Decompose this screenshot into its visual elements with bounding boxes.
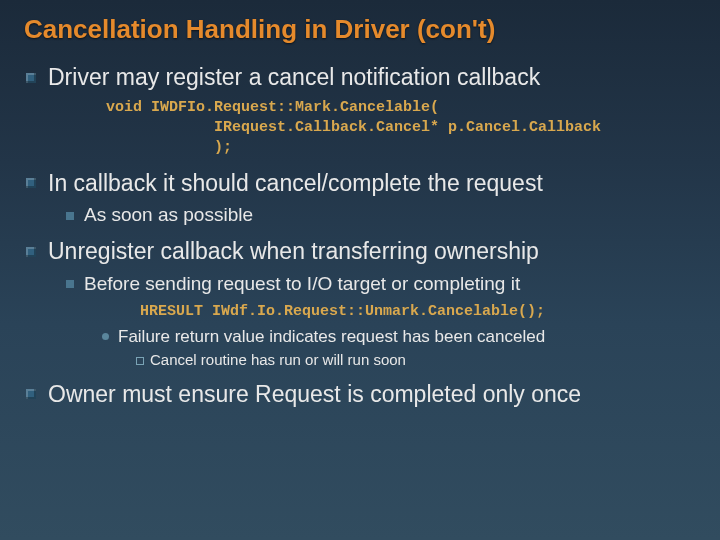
- bullet-list-lvl0: Driver may register a cancel notificatio…: [24, 63, 696, 409]
- bullet-item: Before sending request to I/O target or …: [66, 272, 696, 370]
- bullet-item: Failure return value indicates request h…: [102, 326, 696, 370]
- bullet-text: Owner must ensure Request is completed o…: [48, 381, 581, 407]
- bullet-list-lvl1: Before sending request to I/O target or …: [48, 272, 696, 370]
- bullet-text: Failure return value indicates request h…: [118, 327, 545, 346]
- bullet-item: In callback it should cancel/complete th…: [26, 169, 696, 228]
- bullet-list-lvl1: As soon as possible: [48, 203, 696, 227]
- bullet-text: Driver may register a cancel notificatio…: [48, 64, 540, 90]
- bullet-text: In callback it should cancel/complete th…: [48, 170, 543, 196]
- bullet-item: Owner must ensure Request is completed o…: [26, 380, 696, 409]
- bullet-text: Before sending request to I/O target or …: [84, 273, 520, 294]
- slide-title: Cancellation Handling in Driver (con't): [24, 14, 696, 45]
- code-block: HRESULT IWdf.Io.Request::Unmark.Cancelab…: [140, 302, 696, 322]
- bullet-item: As soon as possible: [66, 203, 696, 227]
- bullet-item: Unregister callback when transferring ow…: [26, 237, 696, 370]
- bullet-item: Driver may register a cancel notificatio…: [26, 63, 696, 159]
- bullet-item: Cancel routine has run or will run soon: [136, 351, 696, 370]
- bullet-list-lvl3: Cancel routine has run or will run soon: [118, 351, 696, 370]
- slide: Cancellation Handling in Driver (con't) …: [0, 0, 720, 540]
- bullet-text: As soon as possible: [84, 204, 253, 225]
- bullet-list-lvl2: Failure return value indicates request h…: [84, 326, 696, 370]
- code-block: void IWDFIo.Request::Mark.Cancelable( IR…: [106, 98, 696, 159]
- bullet-text: Cancel routine has run or will run soon: [150, 351, 406, 368]
- bullet-text: Unregister callback when transferring ow…: [48, 238, 539, 264]
